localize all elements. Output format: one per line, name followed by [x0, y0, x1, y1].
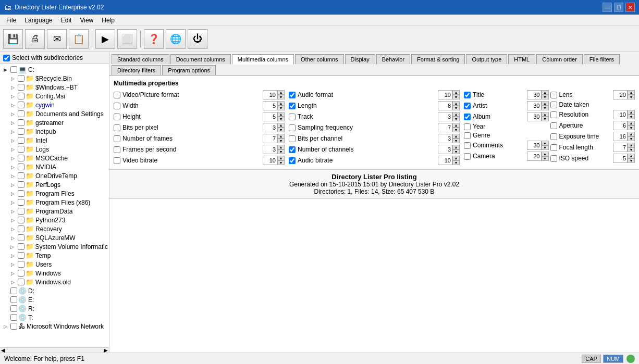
- spin-up[interactable]: ▲: [628, 132, 635, 136]
- spin-buttons[interactable]: ▲ ▼: [452, 112, 460, 121]
- prop-checkbox[interactable]: [289, 92, 296, 98]
- prop-checkbox[interactable]: [114, 157, 120, 164]
- tab-output-type[interactable]: Output type: [466, 54, 507, 64]
- spin-up[interactable]: ▲: [277, 134, 285, 139]
- tree-item[interactable]: ▷ 📁 Recovery: [1, 224, 108, 233]
- spinbox[interactable]: ▲ ▼: [527, 101, 549, 110]
- spin-up[interactable]: ▲: [452, 145, 460, 149]
- prop-checkbox[interactable]: [464, 153, 471, 160]
- prop-checkbox[interactable]: [550, 144, 557, 151]
- spin-up[interactable]: ▲: [277, 90, 285, 95]
- spin-buttons[interactable]: ▲ ▼: [277, 90, 285, 99]
- spin-up[interactable]: ▲: [452, 156, 460, 160]
- tree-checkbox[interactable]: [18, 110, 24, 117]
- save-button[interactable]: 💾: [3, 29, 23, 49]
- tree-item[interactable]: ▷ 📁 cygwin: [1, 101, 108, 109]
- spin-up[interactable]: ▲: [628, 90, 635, 95]
- tree-item[interactable]: ▷ 📁 Windows.old: [1, 278, 108, 286]
- tree-expand-icon[interactable]: ▷: [8, 120, 17, 125]
- maximize-button[interactable]: ☐: [614, 3, 623, 12]
- spin-buttons[interactable]: ▲ ▼: [452, 156, 460, 165]
- tab-column-order[interactable]: Column order: [536, 54, 583, 64]
- spin-buttons[interactable]: ▲ ▼: [452, 123, 460, 132]
- tree-expand-icon[interactable]: ▷: [8, 253, 17, 258]
- spinbox[interactable]: ▲ ▼: [527, 112, 549, 121]
- spinbox[interactable]: ▲ ▼: [613, 90, 635, 99]
- tree-expand-icon[interactable]: ▷: [8, 227, 17, 232]
- spinbox-input[interactable]: [613, 132, 628, 141]
- spin-up[interactable]: ▲: [628, 143, 635, 147]
- spin-buttons[interactable]: ▲ ▼: [628, 90, 635, 99]
- spin-down[interactable]: ▼: [628, 125, 635, 130]
- spin-down[interactable]: ▼: [542, 95, 549, 99]
- tree-item[interactable]: ▷ 📁 Intel: [1, 136, 108, 145]
- tab-format-&-sorting[interactable]: Format & sorting: [411, 54, 465, 64]
- tree-checkbox[interactable]: [18, 199, 24, 206]
- spinbox-input[interactable]: [613, 154, 628, 163]
- menu-edit[interactable]: Edit: [57, 16, 76, 25]
- spin-buttons[interactable]: ▲ ▼: [277, 123, 285, 132]
- spinbox-input[interactable]: [527, 101, 542, 110]
- tree-expand-icon[interactable]: ▷: [8, 85, 17, 90]
- spinbox-input[interactable]: [263, 90, 277, 99]
- spin-up[interactable]: ▲: [542, 101, 549, 106]
- prop-checkbox[interactable]: [289, 135, 296, 142]
- tree-checkbox[interactable]: [18, 119, 24, 126]
- spin-up[interactable]: ▲: [452, 123, 460, 128]
- menu-help[interactable]: Help: [97, 16, 119, 25]
- tree-expand-icon[interactable]: ▷: [8, 280, 17, 285]
- spinbox[interactable]: ▲ ▼: [263, 101, 285, 110]
- select-subdirectories-checkbox[interactable]: [3, 55, 10, 61]
- tree-item[interactable]: ▷ 📁 PerfLogs: [1, 180, 108, 189]
- spin-up[interactable]: ▲: [628, 121, 635, 125]
- tree-checkbox[interactable]: [18, 208, 24, 215]
- prop-checkbox[interactable]: [464, 114, 471, 120]
- tree-checkbox[interactable]: [18, 172, 24, 179]
- tree-item[interactable]: ▷ 📁 NVIDIA: [1, 162, 108, 171]
- tree-item[interactable]: ▷ 📁 Config.Msi: [1, 92, 108, 101]
- tree-item[interactable]: ▷ 📁 Users: [1, 260, 108, 269]
- tree-item[interactable]: ▷ 📁 SQLAzureMW: [1, 233, 108, 242]
- spinbox[interactable]: ▲ ▼: [263, 145, 285, 154]
- prop-checkbox[interactable]: [289, 157, 296, 164]
- tree-item[interactable]: 💿 E:: [1, 295, 108, 304]
- spin-up[interactable]: ▲: [277, 101, 285, 106]
- spin-up[interactable]: ▲: [542, 112, 549, 117]
- spin-down[interactable]: ▼: [277, 117, 285, 121]
- tree-checkbox[interactable]: [18, 84, 24, 91]
- tab-other-columns[interactable]: Other columns: [295, 54, 344, 64]
- spin-down[interactable]: ▼: [277, 139, 285, 143]
- spin-buttons[interactable]: ▲ ▼: [542, 141, 549, 150]
- spinbox-input[interactable]: [438, 134, 452, 143]
- run-button[interactable]: ▶: [95, 29, 115, 49]
- spinbox-input[interactable]: [527, 112, 542, 121]
- tree-expand-icon[interactable]: ▷: [8, 103, 17, 108]
- prop-checkbox[interactable]: [114, 146, 120, 153]
- tab-program-options[interactable]: Program options: [162, 65, 216, 75]
- spin-buttons[interactable]: ▲ ▼: [542, 152, 549, 161]
- tree-checkbox[interactable]: [18, 155, 24, 161]
- spinbox[interactable]: ▲ ▼: [613, 154, 635, 163]
- spinbox[interactable]: ▲ ▼: [438, 145, 460, 154]
- spin-down[interactable]: ▼: [628, 95, 635, 99]
- spinbox-input[interactable]: [263, 112, 277, 121]
- tree-expand-icon[interactable]: ▷: [8, 209, 17, 214]
- spinbox[interactable]: ▲ ▼: [263, 90, 285, 99]
- prop-checkbox[interactable]: [464, 123, 471, 130]
- copy-button[interactable]: 📋: [69, 29, 89, 49]
- spin-down[interactable]: ▼: [452, 106, 460, 110]
- spin-buttons[interactable]: ▲ ▼: [628, 121, 635, 130]
- tab-directory-filters[interactable]: Directory filters: [112, 65, 161, 75]
- spin-buttons[interactable]: ▲ ▼: [542, 101, 549, 110]
- prop-checkbox[interactable]: [114, 103, 120, 109]
- tree-checkbox[interactable]: [18, 234, 24, 241]
- spin-up[interactable]: ▲: [628, 154, 635, 158]
- spinbox[interactable]: ▲ ▼: [438, 112, 460, 121]
- prop-checkbox[interactable]: [464, 142, 471, 149]
- tree-scroll-left[interactable]: ◀: [1, 347, 5, 353]
- tree-item[interactable]: ▷ 📁 $Windows.~BT: [1, 83, 108, 92]
- spinbox-input[interactable]: [613, 143, 628, 152]
- tree-item[interactable]: ▷ 📁 gstreamer: [1, 118, 108, 127]
- minimize-button[interactable]: —: [603, 3, 612, 12]
- tree-checkbox[interactable]: [10, 314, 17, 321]
